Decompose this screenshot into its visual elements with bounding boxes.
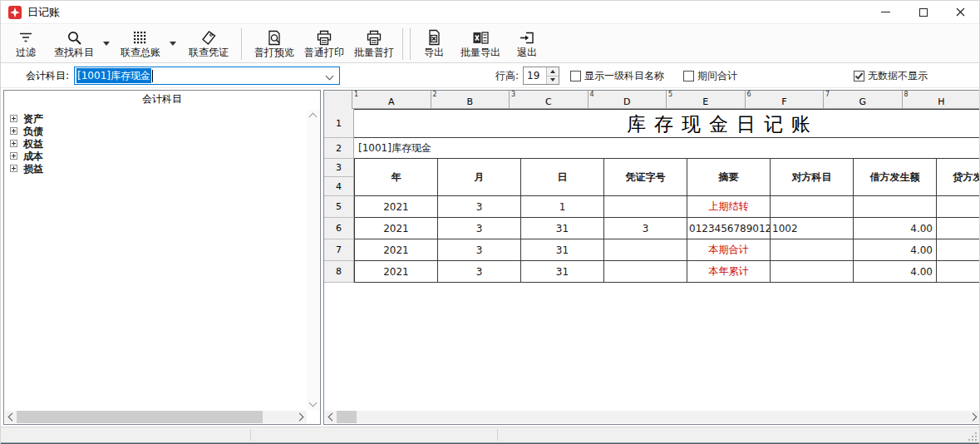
- normal-print-button[interactable]: 普通打印: [299, 27, 349, 62]
- chevron-down-icon[interactable]: [326, 72, 334, 81]
- cell[interactable]: [604, 196, 687, 218]
- cell[interactable]: 0123456789012345: [687, 218, 771, 239]
- tree-item-equity[interactable]: 权益: [10, 137, 43, 150]
- subject-combobox[interactable]: [1001]库存现金: [74, 67, 340, 85]
- tree-item-liabilities[interactable]: 负债: [10, 125, 43, 137]
- cell[interactable]: 本年累计: [687, 261, 771, 283]
- header-cell-opposite-subject[interactable]: 对方科目: [771, 159, 854, 196]
- tree-item-assets[interactable]: 资产: [10, 112, 43, 125]
- cell[interactable]: [937, 261, 980, 283]
- grid-corner-cell[interactable]: [324, 91, 352, 109]
- cell[interactable]: 31: [521, 218, 604, 239]
- cell[interactable]: 本期合计: [687, 239, 771, 261]
- scrollbar-thumb[interactable]: [17, 411, 263, 423]
- cell[interactable]: [604, 239, 687, 261]
- spinner-down-button[interactable]: [547, 76, 559, 85]
- batch-print-button[interactable]: 批量普打: [349, 27, 399, 62]
- print-preview-button[interactable]: 普打预览: [249, 27, 299, 62]
- cell[interactable]: 3: [438, 261, 521, 283]
- cell[interactable]: [771, 261, 854, 283]
- grid-horizontal-scrollbar[interactable]: [325, 411, 980, 423]
- cell[interactable]: 4.00: [854, 239, 937, 261]
- expand-plus-icon[interactable]: [10, 140, 17, 147]
- expand-plus-icon[interactable]: [10, 115, 17, 122]
- cell[interactable]: 2021: [355, 261, 438, 283]
- batch-export-button[interactable]: 批量导出: [456, 27, 505, 62]
- cell[interactable]: 3: [438, 196, 521, 218]
- checkbox-period-total[interactable]: 期间合计: [683, 69, 737, 83]
- row-header[interactable]: 1: [324, 109, 354, 138]
- header-cell-summary[interactable]: 摘要: [687, 159, 771, 196]
- checkbox-hide-no-data[interactable]: 无数据不显示: [854, 69, 928, 83]
- filter-button[interactable]: 过滤: [11, 27, 41, 62]
- cell[interactable]: 4.00: [854, 261, 937, 283]
- header-cell-credit[interactable]: 贷方发生额: [937, 159, 980, 196]
- cell[interactable]: 2021: [355, 196, 438, 218]
- scrollbar-thumb[interactable]: [337, 411, 357, 423]
- linked-ledger-dropdown-icon[interactable]: [170, 42, 176, 46]
- linked-voucher-button[interactable]: 联查凭证: [184, 27, 234, 62]
- row-header[interactable]: 7: [324, 239, 354, 261]
- cell[interactable]: 2021: [355, 239, 438, 261]
- row-header[interactable]: 8: [324, 261, 354, 283]
- row-height-value[interactable]: 19: [524, 67, 546, 84]
- cell[interactable]: 3: [438, 239, 521, 261]
- cell[interactable]: 上期结转: [687, 196, 771, 218]
- row-header[interactable]: 5: [324, 196, 354, 218]
- cell[interactable]: 1002: [771, 218, 854, 239]
- checkbox-icon[interactable]: [854, 71, 864, 81]
- cell[interactable]: 31: [521, 261, 604, 283]
- header-cell-day[interactable]: 日: [521, 159, 604, 196]
- cell[interactable]: [937, 239, 980, 261]
- scroll-left-icon[interactable]: [328, 413, 337, 422]
- header-cell-debit[interactable]: 借方发生额: [854, 159, 937, 196]
- cell[interactable]: 2021: [355, 218, 438, 239]
- expand-plus-icon[interactable]: [10, 165, 17, 172]
- find-subject-button[interactable]: 查找科目: [49, 27, 99, 62]
- export-button[interactable]: 导出: [419, 27, 449, 62]
- checkbox-icon[interactable]: [683, 71, 694, 81]
- scroll-right-icon[interactable]: [296, 413, 304, 422]
- tree-item-profit-loss[interactable]: 损益: [10, 162, 43, 175]
- header-cell-month[interactable]: 月: [438, 159, 521, 196]
- sheet-account-row[interactable]: [1001]库存现金: [354, 138, 980, 159]
- minimize-button[interactable]: [867, 1, 904, 24]
- cell[interactable]: [937, 218, 980, 239]
- row-header[interactable]: 6: [324, 218, 354, 239]
- resize-grip[interactable]: [968, 432, 977, 441]
- cell[interactable]: [604, 261, 687, 283]
- checkbox-show-level1-names[interactable]: 显示一级科目名称: [570, 69, 664, 83]
- exit-button[interactable]: 退出: [512, 27, 542, 62]
- expand-plus-icon[interactable]: [10, 127, 17, 135]
- header-cell-year[interactable]: 年: [355, 159, 438, 196]
- column-header[interactable]: 7G: [824, 91, 903, 109]
- cell[interactable]: [937, 196, 980, 218]
- column-header[interactable]: 5E: [667, 91, 746, 109]
- scroll-down-icon[interactable]: [309, 399, 318, 407]
- column-header[interactable]: 6F: [746, 91, 825, 109]
- cell[interactable]: [771, 239, 854, 261]
- cell[interactable]: [771, 196, 854, 218]
- find-subject-dropdown-icon[interactable]: [103, 42, 110, 46]
- tree-horizontal-scrollbar[interactable]: [5, 411, 307, 423]
- close-button[interactable]: [942, 1, 979, 24]
- cell[interactable]: 31: [521, 239, 604, 261]
- column-header[interactable]: 1A: [352, 91, 431, 109]
- scroll-left-icon[interactable]: [8, 413, 17, 422]
- expand-plus-icon[interactable]: [10, 152, 17, 160]
- cell[interactable]: 3: [438, 218, 521, 239]
- sheet-title-row[interactable]: 库存现金日记账: [354, 109, 980, 138]
- scroll-up-icon[interactable]: [309, 113, 318, 121]
- column-header[interactable]: 8H: [903, 91, 980, 109]
- tree-item-cost[interactable]: 成本: [10, 150, 43, 162]
- row-header[interactable]: 4: [324, 177, 354, 196]
- row-header[interactable]: 3: [324, 159, 354, 177]
- row-height-spinner[interactable]: 19: [523, 67, 559, 85]
- scroll-right-icon[interactable]: [969, 413, 978, 422]
- cell[interactable]: 4.00: [854, 218, 937, 239]
- maximize-button[interactable]: [904, 1, 942, 24]
- column-header[interactable]: 3C: [510, 91, 588, 109]
- cell[interactable]: [854, 196, 937, 218]
- column-header[interactable]: 2B: [431, 91, 510, 109]
- checkbox-icon[interactable]: [570, 71, 581, 81]
